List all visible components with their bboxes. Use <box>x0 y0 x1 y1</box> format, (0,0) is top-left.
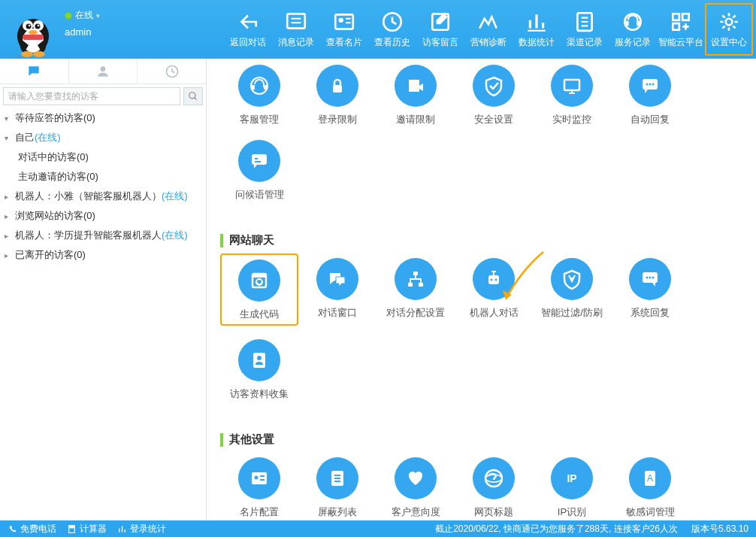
footer-tool[interactable]: 免费电话 <box>8 523 56 535</box>
grid-label: IP识别 <box>558 505 586 519</box>
grid-item-sensitive[interactable]: A敏感词管理 <box>611 457 689 519</box>
grid-item-kefu[interactable]: 客服管理 <box>220 65 298 126</box>
svg-point-47 <box>495 279 497 281</box>
grid-label: 对话分配设置 <box>386 306 445 320</box>
svg-point-55 <box>255 476 259 480</box>
robotchat-icon <box>473 258 515 300</box>
grid-item-autoreply[interactable]: 自动回复 <box>611 65 689 126</box>
svg-rect-42 <box>413 272 418 275</box>
search-button[interactable] <box>183 87 203 105</box>
status-text: 在线 <box>75 9 93 22</box>
grid-label: 实时监控 <box>552 113 591 126</box>
grid-item-gencode[interactable]: 生成代码 <box>220 253 298 326</box>
caret-icon: ▾ <box>5 134 14 142</box>
svg-point-8 <box>29 30 38 35</box>
grid-item-filter[interactable]: 智能过滤/防刷 <box>533 258 611 326</box>
toolbar-cloud[interactable]: 智能云平台 <box>657 3 705 56</box>
footer-tool[interactable]: 登录统计 <box>117 523 166 535</box>
toolbar-service[interactable]: 服务记录 <box>609 3 657 56</box>
toolbar-back[interactable]: 返回对话 <box>224 3 272 56</box>
svg-rect-9 <box>23 35 44 40</box>
grid-item-invitelimit[interactable]: 邀请限制 <box>376 65 455 126</box>
svg-rect-21 <box>673 14 679 20</box>
svg-rect-38 <box>252 154 267 165</box>
tree-item[interactable]: 对话中的访客(0) <box>0 147 206 167</box>
grid-label: 邀请限制 <box>396 113 435 126</box>
grid-item-chatwin[interactable]: 对话窗口 <box>298 258 376 326</box>
grid-label: 名片配置 <box>240 505 279 519</box>
grid-item-blocklist[interactable]: 屏蔽列表 <box>298 457 376 519</box>
tree-item[interactable]: ▸已离开的访客(0) <box>0 245 206 265</box>
svg-point-53 <box>257 356 262 360</box>
grid-item-pagetitle[interactable]: 网页标题 <box>455 457 533 519</box>
guestmsg-icon <box>429 11 452 33</box>
toolbar-history[interactable]: 查看历史 <box>368 3 416 56</box>
svg-point-51 <box>652 277 655 279</box>
grid-label: 对话窗口 <box>318 306 357 320</box>
svg-rect-19 <box>625 20 628 25</box>
sidebar-tab-chat[interactable] <box>0 59 69 83</box>
section-title: 其他设置 <box>220 432 748 447</box>
svg-rect-54 <box>252 472 267 484</box>
tree-item[interactable]: ▾自己 (在线) <box>0 128 206 147</box>
grid-item-cardcfg[interactable]: 名片配置 <box>220 457 298 519</box>
svg-rect-63 <box>70 526 74 527</box>
svg-rect-43 <box>408 283 413 287</box>
grid-label: 客服管理 <box>240 113 279 126</box>
svg-point-25 <box>101 66 106 71</box>
svg-point-4 <box>26 24 32 29</box>
tree-item[interactable]: ▸机器人：小雅（智能客服机器人）(在线) <box>0 187 206 206</box>
grid-item-greeting[interactable]: 问候语管理 <box>220 140 298 202</box>
grid-item-intent[interactable]: 客户意向度 <box>376 457 455 519</box>
toolbar-stats[interactable]: 数据统计 <box>513 3 561 56</box>
grid-item-ipid[interactable]: IPIP识别 <box>533 457 611 519</box>
tree-item[interactable]: ▸机器人：学历提升智能客服机器人 (在线) <box>0 226 206 245</box>
grid-item-visitordata[interactable]: 访客资料收集 <box>220 339 298 401</box>
sidebar-tab-user[interactable] <box>69 59 138 83</box>
status-indicator[interactable]: 在线 ▾ <box>65 9 100 22</box>
dispatch-icon <box>395 258 437 300</box>
svg-point-7 <box>38 25 40 27</box>
svg-point-35 <box>646 83 649 86</box>
sidebar-tab-clock[interactable] <box>138 59 206 83</box>
toolbar-settings[interactable]: 设置中心 <box>705 3 753 56</box>
grid-item-sysreply[interactable]: 系统回复 <box>611 258 689 326</box>
svg-rect-20 <box>637 20 640 25</box>
chatwin-icon <box>316 258 358 300</box>
search-input[interactable] <box>3 87 180 105</box>
grid-item-loginlimit[interactable]: 登录限制 <box>298 65 376 126</box>
svg-rect-32 <box>409 80 419 92</box>
svg-text:IP: IP <box>567 472 576 484</box>
caret-icon: ▸ <box>5 212 14 220</box>
msglog-icon <box>285 11 307 33</box>
svg-rect-12 <box>287 14 305 28</box>
grid-label: 网页标题 <box>474 505 513 519</box>
avatar[interactable] <box>8 8 59 59</box>
grid-item-dispatch[interactable]: 对话分配设置 <box>376 258 455 326</box>
toolbar-guestmsg[interactable]: 访客留言 <box>416 3 464 56</box>
autoreply-icon <box>629 65 671 107</box>
filter-icon <box>551 258 593 300</box>
svg-rect-44 <box>419 283 423 287</box>
toolbar-msglog[interactable]: 消息记录 <box>272 3 320 56</box>
grid-label: 敏感词管理 <box>626 505 675 519</box>
toolbar-card[interactable]: 查看名片 <box>320 3 368 56</box>
grid-label: 生成代码 <box>240 308 279 321</box>
gencode-icon <box>238 259 280 302</box>
footer-tool[interactable]: 计算器 <box>67 523 107 535</box>
footer-text: 版本号5.63.10 <box>691 523 748 535</box>
toolbar-label: 渠道记录 <box>567 36 603 49</box>
card-icon <box>333 11 355 33</box>
caret-icon: ▸ <box>5 251 14 259</box>
tree-item[interactable]: ▸浏览网站的访客(0) <box>0 206 206 226</box>
grid-item-robotchat[interactable]: 机器人对话 <box>455 258 533 326</box>
security-icon <box>473 65 515 107</box>
sysreply-icon <box>629 258 671 300</box>
toolbar-channel[interactable]: 渠道记录 <box>561 3 609 56</box>
tree-item[interactable]: ▾等待应答的访客(0) <box>0 108 206 128</box>
tree-item[interactable]: 主动邀请的访客(0) <box>0 167 206 187</box>
svg-rect-40 <box>253 274 266 278</box>
grid-item-security[interactable]: 安全设置 <box>455 65 533 126</box>
grid-item-monitor[interactable]: 实时监控 <box>533 65 611 126</box>
toolbar-diag[interactable]: 营销诊断 <box>464 3 513 56</box>
